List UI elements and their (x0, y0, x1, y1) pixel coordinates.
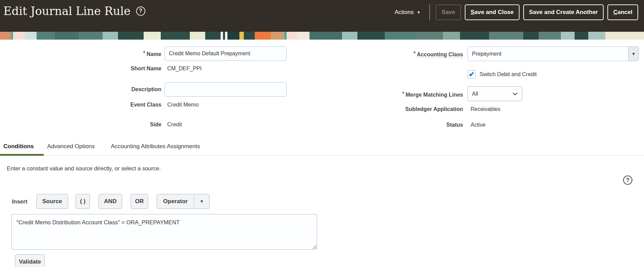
merge-matching-lines-value: All (472, 91, 478, 97)
tab-bar: Conditions Advanced Options Accounting A… (0, 141, 644, 156)
merge-matching-lines-label: *Merge Matching Lines (360, 90, 463, 99)
insert-and-button[interactable]: AND (98, 194, 122, 209)
short-name-value: CM_DEF_PPI (167, 65, 201, 72)
short-name-label: Short Name (0, 65, 161, 72)
merge-matching-lines-select[interactable]: All (468, 86, 522, 101)
event-class-value: Credit Memo (167, 101, 199, 109)
save-button-label: Save (442, 9, 455, 16)
actions-menu[interactable]: Actions ▼ (391, 4, 424, 20)
page-title: Edit Journal Line Rule ? (3, 3, 145, 19)
title-help-icon[interactable]: ? (136, 6, 145, 16)
insert-or-button[interactable]: OR (131, 194, 148, 209)
actions-menu-label: Actions (395, 9, 414, 16)
status-label: Status (360, 121, 463, 129)
edit-journal-line-rule-page: Edit Journal Line Rule ? Actions ▼ Save … (0, 0, 644, 267)
tab-accounting-attributes-assignments[interactable]: Accounting Attributes Assignments (111, 143, 200, 150)
chevron-down-icon: ▼ (417, 11, 420, 14)
insert-source-button[interactable]: Source (36, 194, 68, 209)
chevron-down-icon: ▼ (200, 199, 204, 204)
save-and-close-button[interactable]: Save and Close (465, 4, 520, 20)
switch-debit-credit-label: Switch Debit and Credit (479, 71, 537, 78)
page-title-text: Edit Journal Line Rule (3, 4, 131, 18)
conditions-help-icon[interactable]: ? (623, 175, 632, 185)
required-marker: * (413, 51, 416, 56)
save-and-close-label: Save and Close (471, 9, 514, 16)
insert-operator-split-button[interactable]: Operator ▼ (157, 194, 210, 209)
tab-conditions[interactable]: Conditions (3, 143, 34, 150)
switch-debit-credit-checkbox[interactable]: ✔ (468, 70, 476, 79)
save-button[interactable]: Save (436, 4, 461, 20)
active-tab-indicator (0, 154, 44, 156)
accounting-class-input[interactable] (468, 46, 628, 61)
header-actions-group: Actions ▼ Save Save and Close Save and C… (391, 4, 638, 20)
conditions-instruction: Enter a constant value and source direct… (7, 165, 161, 172)
name-label: *Name (0, 50, 161, 58)
check-icon: ✔ (469, 70, 475, 79)
tab-advanced-options[interactable]: Advanced Options (47, 143, 95, 150)
save-and-create-another-button[interactable]: Save and Create Another (523, 4, 604, 20)
status-value: Active (471, 121, 486, 129)
operator-button-label: Operator (157, 194, 194, 209)
insert-parentheses-button[interactable]: ( ) (76, 194, 90, 209)
condition-expression-textarea[interactable]: "Credit Memo Distribution Account Class"… (11, 214, 317, 250)
name-input[interactable] (165, 46, 287, 61)
save-and-create-another-label: Save and Create Another (529, 9, 598, 16)
insert-label: Insert (12, 198, 27, 205)
app-header: Edit Journal Line Rule ? Actions ▼ Save … (0, 0, 644, 32)
chevron-down-icon (512, 92, 518, 96)
accounting-class-label: *Accounting Class (360, 50, 463, 58)
side-label: Side (0, 121, 161, 128)
operator-dropdown-arrow[interactable]: ▼ (194, 194, 209, 209)
side-value: Credit (167, 121, 182, 128)
validate-button[interactable]: Validate (15, 254, 45, 267)
required-marker: * (143, 50, 145, 56)
event-class-label: Event Class (0, 101, 161, 109)
accounting-class-combobox: ▼ (468, 46, 639, 61)
header-divider (430, 4, 430, 20)
accounting-class-dropdown-button[interactable]: ▼ (628, 46, 639, 61)
description-label: Description (0, 86, 161, 93)
cancel-button-label: Cancel (613, 9, 632, 16)
chevron-down-icon: ▼ (632, 52, 636, 56)
subledger-application-label: Subledger Application (360, 106, 463, 113)
description-input[interactable] (165, 82, 287, 97)
required-marker: * (402, 91, 404, 97)
decorative-banner (0, 32, 644, 40)
subledger-application-value: Receivables (471, 106, 500, 113)
cancel-button[interactable]: Cancel (607, 4, 638, 20)
